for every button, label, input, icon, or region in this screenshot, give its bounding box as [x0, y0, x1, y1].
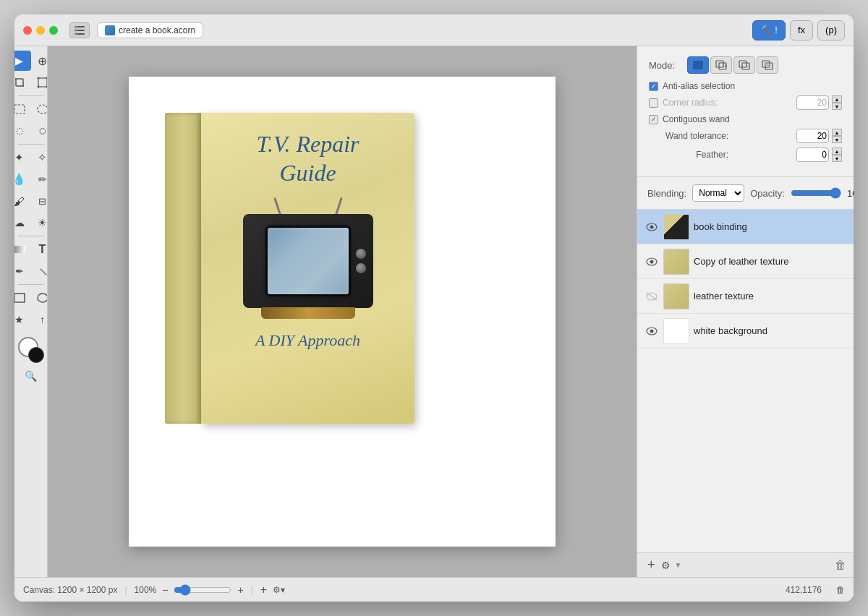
- blending-label: Blending:: [647, 188, 686, 199]
- layer-eye-1[interactable]: [644, 220, 659, 234]
- tv-stand: [261, 307, 355, 319]
- wand-tolerance-label: Wand tolerance:: [649, 131, 728, 141]
- corner-radius-down[interactable]: ▼: [832, 103, 842, 110]
- paint-tool[interactable]: 🖌: [14, 191, 31, 211]
- feather-up[interactable]: ▲: [832, 147, 842, 155]
- contiguous-wand-row: ✓ Contiguous wand: [649, 114, 842, 124]
- left-toolbar: ▶ ⊕: [14, 46, 48, 577]
- bottom-bar: Canvas: 1200 × 1200 px | 100% − + | + ⚙▾…: [14, 577, 854, 602]
- layer-item[interactable]: leather texture: [637, 279, 854, 314]
- svg-rect-3: [75, 26, 78, 35]
- contiguous-wand-checkbox[interactable]: ✓: [649, 115, 658, 124]
- stamp-tool[interactable]: ⊟: [31, 191, 48, 211]
- layer-settings-button[interactable]: ⚙: [658, 560, 673, 571]
- trash-bottom[interactable]: 🗑: [836, 585, 845, 595]
- crop-tool[interactable]: [14, 72, 31, 93]
- mode-row: Mode: + −: [649, 56, 842, 74]
- blending-row: Blending: Normal Multiply Screen Overlay…: [637, 177, 854, 210]
- line-tool[interactable]: |: [27, 256, 48, 286]
- mode-add[interactable]: +: [710, 56, 732, 74]
- rect-shape[interactable]: [14, 288, 31, 308]
- mode-subtract[interactable]: −: [733, 56, 755, 74]
- eyedropper-tool[interactable]: 💧: [14, 169, 31, 189]
- layer-eye-4[interactable]: [644, 324, 659, 338]
- mode-intersect[interactable]: [757, 56, 778, 74]
- tools-panel-button[interactable]: 🔨 !: [752, 20, 786, 40]
- delete-layer-button[interactable]: 🗑: [835, 559, 846, 572]
- svg-point-31: [650, 329, 654, 333]
- lasso-tool[interactable]: ◌: [14, 121, 31, 141]
- gradient-tool[interactable]: [14, 239, 31, 260]
- text-tool[interactable]: T: [31, 239, 48, 260]
- feather-down[interactable]: ▼: [832, 155, 842, 162]
- corner-radius-up[interactable]: ▲: [832, 95, 842, 103]
- magic-wand[interactable]: ✦: [14, 147, 31, 168]
- layer-eye-3[interactable]: [644, 289, 659, 304]
- select-tool[interactable]: ▶: [14, 51, 31, 71]
- svg-rect-15: [716, 61, 723, 67]
- maximize-button[interactable]: [49, 26, 58, 35]
- mode-replace[interactable]: [687, 56, 709, 74]
- layer-name-4: white background: [694, 325, 767, 336]
- pencil-tool[interactable]: ✏: [31, 169, 48, 189]
- layer-item[interactable]: Copy of leather texture: [637, 244, 854, 279]
- zoom-slider[interactable]: [174, 584, 231, 596]
- wand-tolerance-up[interactable]: ▲: [832, 129, 842, 136]
- zoom-out-icon[interactable]: −: [162, 584, 168, 596]
- layer-eye-2[interactable]: [644, 254, 659, 269]
- close-button[interactable]: [23, 26, 32, 35]
- smudge-tool[interactable]: ☁: [14, 213, 31, 233]
- wand-tolerance-down[interactable]: ▼: [832, 136, 842, 143]
- arrow-shape[interactable]: ↑: [31, 309, 48, 330]
- file-tab[interactable]: create a book.acorn: [97, 22, 203, 38]
- layer-name-2: Copy of leather texture: [694, 256, 789, 267]
- zoom-value: 100%: [135, 585, 157, 595]
- svg-point-10: [38, 105, 48, 114]
- minimize-button[interactable]: [36, 26, 45, 35]
- settings-bottom[interactable]: ⚙▾: [273, 585, 285, 595]
- zoom-tool[interactable]: ⊕: [31, 51, 48, 71]
- zoom-mini[interactable]: 🔍: [20, 366, 43, 386]
- oval-shape[interactable]: [31, 288, 48, 308]
- layer-item[interactable]: book binding: [637, 210, 854, 244]
- p-label: (p): [825, 25, 837, 35]
- anti-alias-row: ✓ Anti-alias selection: [649, 81, 842, 91]
- svg-text:+: +: [723, 63, 727, 69]
- book-illustration: T.V. Repair Guide: [165, 91, 414, 424]
- wand-tolerance-input-group: ▲ ▼: [796, 129, 842, 143]
- svg-rect-23: [765, 63, 770, 67]
- svg-rect-9: [14, 105, 25, 114]
- rect-select[interactable]: [14, 99, 31, 119]
- wand-tolerance-input[interactable]: [796, 129, 829, 143]
- svg-text:−: −: [746, 63, 750, 69]
- zoom-in-icon[interactable]: +: [237, 584, 243, 596]
- smart-select[interactable]: ✧: [31, 147, 48, 168]
- corner-radius-checkbox[interactable]: [649, 98, 658, 108]
- p-button[interactable]: (p): [817, 20, 845, 40]
- titlebar: create a book.acorn 🔨 ! fx (p): [14, 14, 854, 46]
- corner-radius-input[interactable]: [796, 95, 829, 110]
- transform-tool[interactable]: [31, 72, 48, 93]
- feather-row: Feather: ▲ ▼: [649, 147, 842, 162]
- book-front-cover: T.V. Repair Guide: [201, 113, 414, 424]
- star-shape[interactable]: ★: [14, 309, 31, 330]
- svg-rect-4: [38, 78, 47, 87]
- file-tab-label: create a book.acorn: [119, 25, 195, 35]
- blending-select[interactable]: Normal Multiply Screen Overlay Darken Li…: [692, 184, 744, 202]
- add-layer-button[interactable]: +: [644, 557, 658, 573]
- add-layer-bottom[interactable]: +: [260, 583, 267, 596]
- sidebar-toggle[interactable]: [69, 22, 90, 38]
- layer-item[interactable]: white background: [637, 314, 854, 348]
- opacity-slider[interactable]: [791, 187, 841, 199]
- ellipse-select[interactable]: [31, 99, 48, 119]
- book-spine: [165, 113, 201, 424]
- tools-bang: !: [775, 25, 778, 35]
- feather-input[interactable]: [796, 147, 829, 162]
- polygon-lasso[interactable]: ⬡: [31, 121, 48, 141]
- file-icon: [105, 25, 115, 35]
- fx-button[interactable]: fx: [790, 20, 813, 40]
- anti-alias-checkbox[interactable]: ✓: [649, 82, 658, 91]
- mode-label: Mode:: [649, 60, 681, 71]
- color-swatches[interactable]: [18, 337, 44, 363]
- sun-tool[interactable]: ☀: [31, 213, 48, 233]
